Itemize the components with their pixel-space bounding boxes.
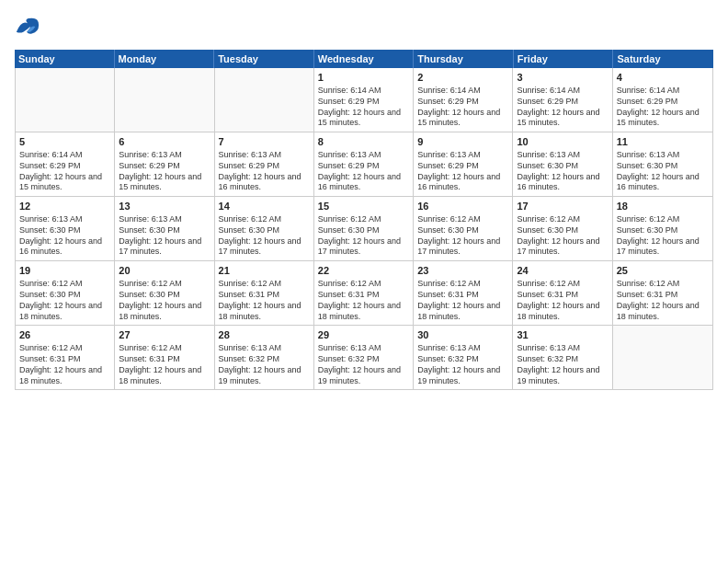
day-cell-18: 18Sunrise: 6:12 AM Sunset: 6:30 PM Dayli… <box>613 197 712 260</box>
day-cell-2: 2Sunrise: 6:14 AM Sunset: 6:29 PM Daylig… <box>414 68 513 132</box>
calendar-body: 1Sunrise: 6:14 AM Sunset: 6:29 PM Daylig… <box>15 68 713 390</box>
day-cell-22: 22Sunrise: 6:12 AM Sunset: 6:31 PM Dayli… <box>314 261 414 325</box>
day-cell-23: 23Sunrise: 6:12 AM Sunset: 6:31 PM Dayli… <box>414 261 513 325</box>
day-number: 31 <box>517 328 608 341</box>
day-info: Sunrise: 6:14 AM Sunset: 6:29 PM Dayligh… <box>318 86 401 127</box>
day-number: 4 <box>617 71 709 84</box>
day-cell-28: 28Sunrise: 6:13 AM Sunset: 6:32 PM Dayli… <box>215 326 314 389</box>
day-cell-empty-0-2 <box>215 68 314 132</box>
day-number: 12 <box>19 200 110 213</box>
week-row-3: 19Sunrise: 6:12 AM Sunset: 6:30 PM Dayli… <box>16 261 712 326</box>
day-number: 26 <box>19 328 110 341</box>
day-cell-27: 27Sunrise: 6:12 AM Sunset: 6:31 PM Dayli… <box>115 326 214 389</box>
day-info: Sunrise: 6:13 AM Sunset: 6:30 PM Dayligh… <box>119 214 201 256</box>
day-number: 14 <box>219 200 310 213</box>
day-info: Sunrise: 6:13 AM Sunset: 6:32 PM Dayligh… <box>517 343 599 385</box>
day-number: 2 <box>417 71 508 84</box>
day-cell-14: 14Sunrise: 6:12 AM Sunset: 6:30 PM Dayli… <box>215 197 314 260</box>
day-number: 5 <box>19 135 110 148</box>
day-cell-13: 13Sunrise: 6:13 AM Sunset: 6:30 PM Dayli… <box>115 197 214 260</box>
day-cell-10: 10Sunrise: 6:13 AM Sunset: 6:30 PM Dayli… <box>513 132 612 196</box>
day-number: 1 <box>318 71 409 84</box>
day-cell-6: 6Sunrise: 6:13 AM Sunset: 6:29 PM Daylig… <box>115 132 214 196</box>
day-info: Sunrise: 6:12 AM Sunset: 6:31 PM Dayligh… <box>417 279 500 320</box>
day-cell-29: 29Sunrise: 6:13 AM Sunset: 6:32 PM Dayli… <box>314 326 414 389</box>
header <box>15 15 713 40</box>
day-info: Sunrise: 6:14 AM Sunset: 6:29 PM Dayligh… <box>19 150 102 191</box>
header-cell-tuesday: Tuesday <box>214 50 314 68</box>
day-info: Sunrise: 6:12 AM Sunset: 6:31 PM Dayligh… <box>617 279 700 320</box>
day-number: 29 <box>318 328 409 341</box>
day-info: Sunrise: 6:12 AM Sunset: 6:30 PM Dayligh… <box>19 279 102 320</box>
logo-icon <box>15 15 40 40</box>
day-info: Sunrise: 6:12 AM Sunset: 6:30 PM Dayligh… <box>417 214 500 256</box>
day-info: Sunrise: 6:12 AM Sunset: 6:31 PM Dayligh… <box>318 279 401 320</box>
day-info: Sunrise: 6:12 AM Sunset: 6:30 PM Dayligh… <box>617 214 700 256</box>
day-info: Sunrise: 6:13 AM Sunset: 6:32 PM Dayligh… <box>219 343 301 385</box>
day-number: 23 <box>417 264 508 277</box>
day-number: 9 <box>417 135 508 148</box>
day-info: Sunrise: 6:13 AM Sunset: 6:32 PM Dayligh… <box>318 343 401 385</box>
day-cell-16: 16Sunrise: 6:12 AM Sunset: 6:30 PM Dayli… <box>414 197 513 260</box>
day-cell-9: 9Sunrise: 6:13 AM Sunset: 6:29 PM Daylig… <box>414 132 513 196</box>
day-number: 8 <box>318 135 409 148</box>
day-number: 30 <box>417 328 508 341</box>
day-number: 17 <box>517 200 608 213</box>
day-cell-17: 17Sunrise: 6:12 AM Sunset: 6:30 PM Dayli… <box>513 197 612 260</box>
day-info: Sunrise: 6:13 AM Sunset: 6:30 PM Dayligh… <box>517 150 599 191</box>
header-cell-monday: Monday <box>115 50 215 68</box>
week-row-2: 12Sunrise: 6:13 AM Sunset: 6:30 PM Dayli… <box>16 197 712 261</box>
header-cell-saturday: Saturday <box>613 50 713 68</box>
day-info: Sunrise: 6:14 AM Sunset: 6:29 PM Dayligh… <box>517 86 599 127</box>
header-cell-sunday: Sunday <box>15 50 115 68</box>
calendar-header: SundayMondayTuesdayWednesdayThursdayFrid… <box>15 50 713 68</box>
day-cell-31: 31Sunrise: 6:13 AM Sunset: 6:32 PM Dayli… <box>513 326 612 389</box>
day-number: 13 <box>119 200 210 213</box>
day-cell-15: 15Sunrise: 6:12 AM Sunset: 6:30 PM Dayli… <box>314 197 414 260</box>
day-info: Sunrise: 6:13 AM Sunset: 6:29 PM Dayligh… <box>318 150 401 191</box>
day-cell-empty-0-1 <box>115 68 214 132</box>
day-cell-20: 20Sunrise: 6:12 AM Sunset: 6:30 PM Dayli… <box>115 261 214 325</box>
header-cell-thursday: Thursday <box>414 50 514 68</box>
day-info: Sunrise: 6:14 AM Sunset: 6:29 PM Dayligh… <box>417 86 500 127</box>
week-row-0: 1Sunrise: 6:14 AM Sunset: 6:29 PM Daylig… <box>16 68 712 132</box>
day-number: 19 <box>19 264 110 277</box>
day-cell-30: 30Sunrise: 6:13 AM Sunset: 6:32 PM Dayli… <box>414 326 513 389</box>
day-cell-26: 26Sunrise: 6:12 AM Sunset: 6:31 PM Dayli… <box>16 326 115 389</box>
day-info: Sunrise: 6:12 AM Sunset: 6:30 PM Dayligh… <box>517 214 599 256</box>
day-cell-5: 5Sunrise: 6:14 AM Sunset: 6:29 PM Daylig… <box>16 132 115 196</box>
day-cell-25: 25Sunrise: 6:12 AM Sunset: 6:31 PM Dayli… <box>613 261 712 325</box>
day-cell-1: 1Sunrise: 6:14 AM Sunset: 6:29 PM Daylig… <box>314 68 414 132</box>
day-number: 25 <box>617 264 709 277</box>
day-info: Sunrise: 6:12 AM Sunset: 6:30 PM Dayligh… <box>119 279 201 320</box>
day-info: Sunrise: 6:13 AM Sunset: 6:32 PM Dayligh… <box>417 343 500 385</box>
logo <box>15 15 44 40</box>
day-info: Sunrise: 6:13 AM Sunset: 6:30 PM Dayligh… <box>19 214 102 256</box>
header-cell-friday: Friday <box>514 50 614 68</box>
day-cell-24: 24Sunrise: 6:12 AM Sunset: 6:31 PM Dayli… <box>513 261 612 325</box>
day-cell-19: 19Sunrise: 6:12 AM Sunset: 6:30 PM Dayli… <box>16 261 115 325</box>
day-number: 21 <box>219 264 310 277</box>
day-cell-4: 4Sunrise: 6:14 AM Sunset: 6:29 PM Daylig… <box>613 68 712 132</box>
day-number: 15 <box>318 200 409 213</box>
day-info: Sunrise: 6:13 AM Sunset: 6:30 PM Dayligh… <box>617 150 700 191</box>
day-info: Sunrise: 6:13 AM Sunset: 6:29 PM Dayligh… <box>119 150 201 191</box>
day-info: Sunrise: 6:12 AM Sunset: 6:31 PM Dayligh… <box>19 343 102 385</box>
day-number: 27 <box>119 328 210 341</box>
calendar-weeks: 1Sunrise: 6:14 AM Sunset: 6:29 PM Daylig… <box>16 68 712 389</box>
day-number: 28 <box>219 328 310 341</box>
day-number: 11 <box>617 135 709 148</box>
day-info: Sunrise: 6:14 AM Sunset: 6:29 PM Dayligh… <box>617 86 700 127</box>
day-info: Sunrise: 6:13 AM Sunset: 6:29 PM Dayligh… <box>417 150 500 191</box>
day-cell-3: 3Sunrise: 6:14 AM Sunset: 6:29 PM Daylig… <box>513 68 612 132</box>
day-info: Sunrise: 6:12 AM Sunset: 6:30 PM Dayligh… <box>318 214 401 256</box>
header-cell-wednesday: Wednesday <box>314 50 415 68</box>
day-number: 6 <box>119 135 210 148</box>
day-cell-11: 11Sunrise: 6:13 AM Sunset: 6:30 PM Dayli… <box>613 132 712 196</box>
day-cell-21: 21Sunrise: 6:12 AM Sunset: 6:31 PM Dayli… <box>215 261 314 325</box>
day-number: 16 <box>417 200 508 213</box>
day-number: 18 <box>617 200 709 213</box>
day-number: 22 <box>318 264 409 277</box>
page: SundayMondayTuesdayWednesdayThursdayFrid… <box>0 0 728 563</box>
day-info: Sunrise: 6:12 AM Sunset: 6:31 PM Dayligh… <box>119 343 201 385</box>
